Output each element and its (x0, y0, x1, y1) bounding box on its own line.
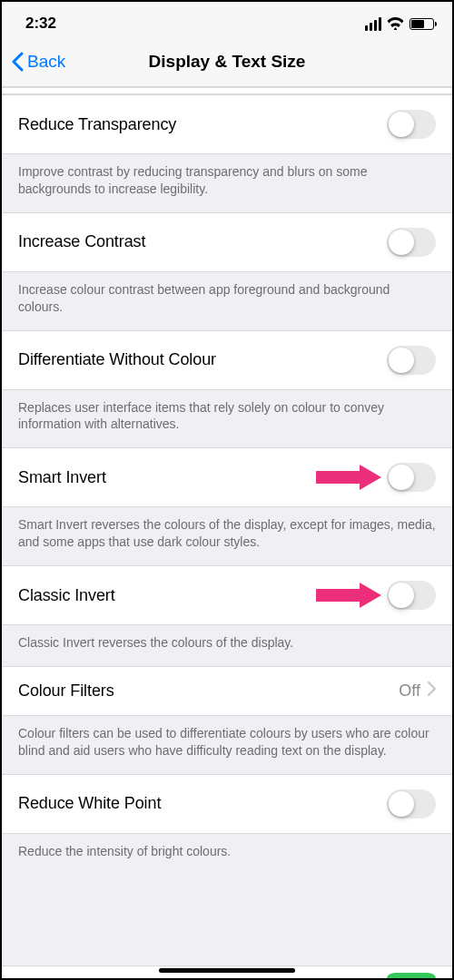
smart-invert-toggle[interactable] (387, 463, 436, 492)
callout-arrow-icon (316, 462, 385, 493)
page-title: Display & Text Size (149, 52, 306, 72)
row-label: Smart Invert (18, 468, 106, 487)
chevron-left-icon (11, 52, 24, 72)
row-reduce-transparency[interactable]: Reduce Transparency (2, 94, 452, 154)
row-increase-contrast[interactable]: Increase Contrast (2, 212, 452, 272)
cellular-icon (365, 17, 381, 31)
row-footer: Improve contrast by reducing transparenc… (2, 154, 452, 212)
row-detail: Off (399, 681, 436, 701)
wifi-icon (387, 17, 404, 30)
nav-bar: Back Display & Text Size (2, 36, 452, 87)
back-button[interactable]: Back (11, 36, 65, 86)
row-label: Increase Contrast (18, 232, 145, 251)
battery-icon (410, 18, 434, 30)
previous-row-sliver (2, 87, 452, 94)
row-footer: Smart Invert reverses the colours of the… (2, 507, 452, 565)
row-footer: Classic Invert reverses the colours of t… (2, 625, 452, 666)
row-reduce-white-point[interactable]: Reduce White Point (2, 774, 452, 834)
status-bar: 2:32 (2, 2, 452, 36)
next-toggle-peek (387, 973, 436, 978)
row-smart-invert[interactable]: Smart Invert (2, 447, 452, 507)
back-label: Back (27, 52, 65, 72)
increase-contrast-toggle[interactable] (387, 228, 436, 257)
row-colour-filters[interactable]: Colour Filters Off (2, 666, 452, 716)
row-footer: Replaces user interface items that rely … (2, 390, 452, 448)
row-label: Colour Filters (18, 681, 114, 701)
differentiate-toggle[interactable] (387, 346, 436, 375)
reduce-white-point-toggle[interactable] (387, 789, 436, 818)
row-label: Classic Invert (18, 586, 115, 605)
row-label: Reduce Transparency (18, 115, 176, 134)
row-footer: Reduce the intensity of bright colours. (2, 834, 452, 875)
status-time: 2:32 (25, 15, 56, 33)
row-label: Differentiate Without Colour (18, 350, 216, 369)
home-indicator[interactable] (159, 968, 295, 973)
chevron-right-icon (428, 681, 436, 701)
settings-list: Reduce Transparency Improve contrast by … (2, 87, 452, 978)
row-label: Reduce White Point (18, 794, 161, 813)
reduce-transparency-toggle[interactable] (387, 110, 436, 139)
callout-arrow-icon (316, 580, 385, 611)
row-differentiate-without-colour[interactable]: Differentiate Without Colour (2, 330, 452, 390)
classic-invert-toggle[interactable] (387, 581, 436, 610)
row-classic-invert[interactable]: Classic Invert (2, 565, 452, 625)
colour-filters-value: Off (399, 681, 420, 701)
row-footer: Increase colour contrast between app for… (2, 272, 452, 330)
status-indicators (365, 17, 434, 31)
row-footer: Colour filters can be used to differenti… (2, 716, 452, 774)
